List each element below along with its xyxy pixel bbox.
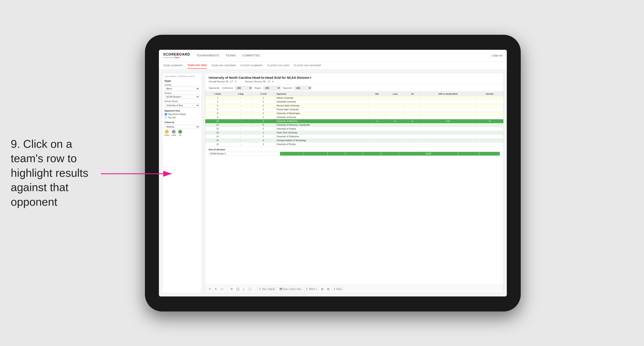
grid-icon[interactable]: ⊞ <box>320 287 324 291</box>
save-custom-view-btn[interactable]: 💾 Save Custom View <box>278 287 302 291</box>
school-label: School (Rank) <box>164 100 200 102</box>
overall-record: Overall Record: 89 - 17 - 0 <box>209 80 237 83</box>
table-row[interactable]: 6 - 2 Florida State University <box>205 107 503 111</box>
redo-icon[interactable]: ↻ <box>214 287 218 291</box>
tab-team-h2h-grid[interactable]: TEAM H2H GRID <box>188 62 207 69</box>
export-icon[interactable]: ⊞ <box>326 287 330 291</box>
tab-team-h2h-heatmap[interactable]: TEAM H2H HEATMAP <box>211 62 236 68</box>
tablet-screen: SCOREBOARD Powered by clippd TOURNAMENTS… <box>159 50 507 297</box>
table-row[interactable]: 4 - 1 Arizona State University <box>205 104 503 107</box>
sign-out-link[interactable]: | Sign out <box>492 54 502 57</box>
cell-reg: - <box>230 127 252 131</box>
cell-diff <box>420 115 476 119</box>
view-original-btn[interactable]: 👁 View: Original <box>257 287 276 291</box>
table-row[interactable]: 11 - 6 University of Arkansas, Fayettevi… <box>205 123 503 127</box>
table-row[interactable]: 14 - 2 University of Oklahoma <box>205 134 503 138</box>
th-conf: # Conf <box>252 92 275 96</box>
chevron-down-icon: ▾ <box>316 288 317 290</box>
cell-opponent: Arizona State University <box>275 104 368 107</box>
sidebar-team-title: Team <box>164 80 200 83</box>
cell-rounds <box>476 131 503 134</box>
back-icon[interactable]: ↩ <box>220 287 224 291</box>
cell-loss <box>386 127 405 131</box>
table-row[interactable]: 3 - 2 Vanderbilt University <box>205 100 503 104</box>
opponent-view-options: Opponents Played Top 100 <box>164 113 200 119</box>
cell-reg: - <box>230 104 252 107</box>
cell-win <box>368 138 386 142</box>
cell-reg: - <box>230 96 252 100</box>
cell-diff <box>420 104 476 107</box>
cell-tie <box>405 142 420 146</box>
colour-by-select[interactable]: Win/loss <box>164 125 200 129</box>
cell-conf: 4 <box>252 138 275 142</box>
cell-rank: 9 <box>205 115 230 119</box>
nav-committee[interactable]: COMMITTEE <box>242 53 260 58</box>
instruction-body: Click on a team's row to highlight resul… <box>11 138 88 208</box>
legend-dot-level <box>172 130 176 134</box>
th-rank: # Rank <box>205 92 230 96</box>
table-row[interactable]: 12 - 3 University of Virginia <box>205 127 503 131</box>
nav-teams[interactable]: TEAMS <box>226 53 236 58</box>
cell-diff <box>420 142 476 146</box>
nav-tournaments[interactable]: TOURNAMENTS <box>196 53 219 58</box>
paste-icon[interactable]: 📋 <box>236 287 240 291</box>
cell-conf: 1 <box>252 96 275 100</box>
cell-opponent: Georgia Institute of Technology <box>275 138 368 142</box>
cell-tie <box>405 107 420 111</box>
cell-win <box>368 127 386 131</box>
scene: 9. Click on a team's row to highlight re… <box>0 0 644 346</box>
table-row[interactable]: 9 - 3 University of Arizona <box>205 115 503 119</box>
table-row[interactable]: 15 - 4 Georgia Institute of Technology <box>205 138 503 142</box>
opponent-view-title: Opponent View <box>164 110 200 112</box>
table-row[interactable]: 16 - 3 University of Florida <box>205 142 503 146</box>
undo-icon[interactable]: ↩ <box>208 287 212 291</box>
region-filter[interactable]: (All) <box>264 86 281 90</box>
logo-scoreboard: SCOREBOARD <box>163 52 190 56</box>
cell-diff <box>420 123 476 127</box>
division-select[interactable]: NCAA Division I <box>164 95 200 99</box>
clock-icon[interactable]: 🕐 <box>248 287 252 291</box>
cell-conf: 2 <box>252 134 275 138</box>
legend-down: Down <box>164 130 170 136</box>
top-nav: SCOREBOARD Powered by clippd TOURNAMENTS… <box>159 50 507 61</box>
table-row[interactable]: 2 - 1 Auburn University <box>205 96 503 100</box>
cell-win <box>368 142 386 146</box>
table-row-highlighted[interactable]: 10 - 5 University of Alabama 3 0 0 2.61 … <box>205 119 503 123</box>
gender-select[interactable]: Men's <box>164 87 200 91</box>
radio-opponents-played[interactable]: Opponents Played <box>164 113 200 116</box>
cell-diff <box>420 111 476 115</box>
out-div-tie: 0 <box>363 152 399 156</box>
cell-loss <box>386 134 405 138</box>
cell-win <box>368 104 386 107</box>
th-tie: Tie <box>405 92 420 96</box>
copy-icon[interactable]: ⧉ <box>230 287 234 291</box>
cell-diff <box>420 107 476 111</box>
cell-tie <box>405 127 420 131</box>
radio-top100[interactable]: Top 100 <box>164 116 200 119</box>
conference-filter[interactable]: (All) <box>235 86 252 90</box>
th-loss: Loss <box>386 92 405 96</box>
instruction-text: 9. Click on a team's row to highlight re… <box>11 137 92 209</box>
cell-conf: 2 <box>252 100 275 104</box>
opponent-filter[interactable]: (All) <box>294 86 312 90</box>
cell-rounds <box>476 111 503 115</box>
table-row[interactable]: 8 - 2 University of Washington <box>205 111 503 115</box>
cell-conf: 2 <box>252 111 275 115</box>
out-division-table: NCAA Division II 1 0 0 26.00 3 <box>209 152 500 156</box>
cell-rounds: 8 <box>476 119 503 123</box>
tab-team-summary[interactable]: TEAM SUMMARY <box>163 62 183 68</box>
cell-reg: - <box>230 119 252 123</box>
opponents-label: Opponents: <box>209 87 220 89</box>
school-select[interactable]: University of Nort... <box>164 103 200 107</box>
out-division-row[interactable]: NCAA Division II 1 0 0 26.00 3 <box>209 152 500 156</box>
share-btn[interactable]: ⬆ Share <box>332 287 343 291</box>
table-row[interactable]: 13 - 1 Texas Tech University <box>205 131 503 134</box>
tab-player-h2h-grid[interactable]: PLAYER H2H GRID <box>267 62 290 68</box>
watch-btn[interactable]: 👁 Watch ▾ <box>304 287 318 291</box>
h2h-table: # Rank # Reg # Conf Opponent Win Loss Ti… <box>205 92 503 285</box>
cell-diff: 2.61 <box>420 119 476 123</box>
table-header-row: # Rank # Reg # Conf Opponent Win Loss Ti… <box>205 92 503 96</box>
tab-player-summary[interactable]: PLAYER SUMMARY <box>240 62 263 68</box>
tab-player-h2h-heatmap[interactable]: PLAYER H2H HEATMAP <box>294 62 321 68</box>
division-record: Division Record: 88 - 17 - 0 <box>245 80 274 83</box>
